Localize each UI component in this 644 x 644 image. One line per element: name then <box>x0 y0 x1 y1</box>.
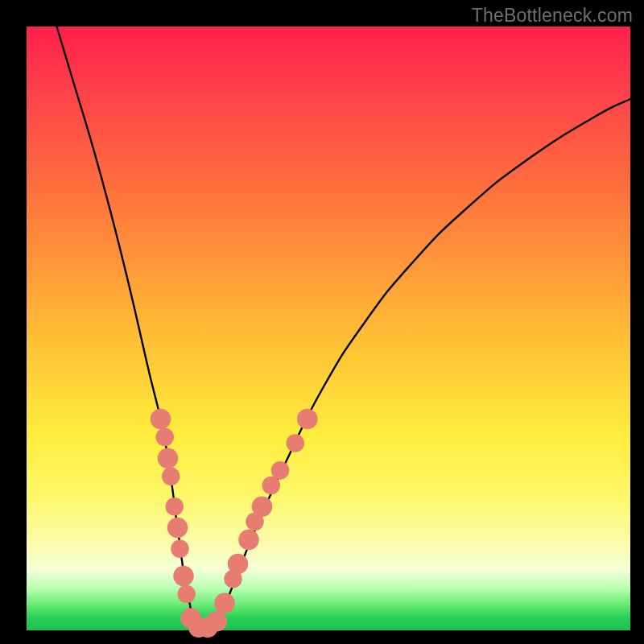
data-marker <box>262 477 281 495</box>
data-marker <box>162 468 180 486</box>
curve-layer <box>27 27 630 630</box>
data-marker <box>167 518 188 539</box>
data-marker <box>287 434 305 452</box>
plot-area <box>27 27 630 630</box>
data-marker <box>297 409 318 430</box>
data-marker <box>214 593 235 614</box>
marker-layer <box>151 409 318 638</box>
data-marker <box>207 611 228 632</box>
data-marker <box>166 497 184 516</box>
data-marker <box>252 497 273 518</box>
chart-frame: TheBottleneck.com <box>0 0 644 644</box>
watermark-text: TheBottleneck.com <box>472 5 633 27</box>
data-marker <box>178 585 196 604</box>
data-marker <box>238 530 259 551</box>
data-marker <box>271 461 290 480</box>
data-marker <box>173 566 194 587</box>
data-marker <box>151 409 171 430</box>
data-marker <box>228 554 249 575</box>
data-marker <box>158 448 179 469</box>
data-marker <box>156 428 175 447</box>
data-marker <box>171 540 189 559</box>
bottleneck-curve <box>57 27 631 638</box>
